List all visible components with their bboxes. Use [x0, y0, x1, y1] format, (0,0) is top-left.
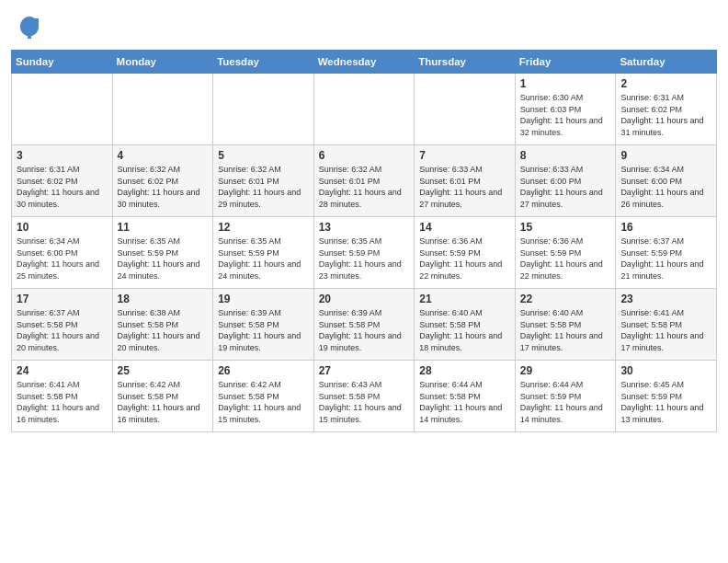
- calendar-week-2: 3Sunrise: 6:31 AM Sunset: 6:02 PM Daylig…: [12, 145, 717, 217]
- day-number: 3: [17, 149, 108, 162]
- calendar-cell: 18Sunrise: 6:38 AM Sunset: 5:58 PM Dayli…: [112, 289, 213, 361]
- calendar-cell: 13Sunrise: 6:35 AM Sunset: 5:59 PM Dayli…: [313, 217, 415, 289]
- day-number: 20: [319, 293, 410, 305]
- calendar-cell: 7Sunrise: 6:33 AM Sunset: 6:01 PM Daylig…: [415, 145, 516, 217]
- day-info: Sunrise: 6:32 AM Sunset: 6:01 PM Dayligh…: [319, 164, 410, 210]
- calendar-cell: 2Sunrise: 6:31 AM Sunset: 6:02 PM Daylig…: [616, 74, 717, 145]
- day-number: 18: [118, 293, 209, 305]
- calendar-cell: [313, 74, 415, 145]
- calendar-cell: 16Sunrise: 6:37 AM Sunset: 5:59 PM Dayli…: [616, 217, 717, 289]
- calendar-cell: 25Sunrise: 6:42 AM Sunset: 5:58 PM Dayli…: [112, 361, 213, 432]
- day-number: 2: [620, 77, 711, 90]
- day-info: Sunrise: 6:38 AM Sunset: 5:58 PM Dayligh…: [118, 307, 209, 353]
- day-number: 1: [520, 77, 611, 90]
- day-number: 13: [319, 221, 410, 234]
- day-number: 12: [218, 221, 309, 234]
- calendar-cell: 29Sunrise: 6:44 AM Sunset: 5:59 PM Dayli…: [515, 361, 616, 432]
- day-info: Sunrise: 6:39 AM Sunset: 5:58 PM Dayligh…: [218, 307, 309, 353]
- calendar-cell: 26Sunrise: 6:42 AM Sunset: 5:58 PM Dayli…: [213, 361, 314, 432]
- day-number: 5: [218, 149, 309, 162]
- day-info: Sunrise: 6:34 AM Sunset: 6:00 PM Dayligh…: [620, 164, 711, 210]
- calendar-cell: [112, 74, 213, 145]
- calendar-cell: 17Sunrise: 6:37 AM Sunset: 5:58 PM Dayli…: [12, 289, 113, 361]
- day-number: 27: [319, 364, 410, 377]
- calendar-cell: 24Sunrise: 6:41 AM Sunset: 5:58 PM Dayli…: [12, 361, 113, 432]
- calendar-cell: 8Sunrise: 6:33 AM Sunset: 6:00 PM Daylig…: [515, 145, 616, 217]
- day-info: Sunrise: 6:40 AM Sunset: 5:58 PM Dayligh…: [520, 307, 611, 353]
- day-info: Sunrise: 6:36 AM Sunset: 5:59 PM Dayligh…: [520, 236, 611, 282]
- day-info: Sunrise: 6:44 AM Sunset: 5:59 PM Dayligh…: [520, 379, 611, 425]
- calendar-cell: 21Sunrise: 6:40 AM Sunset: 5:58 PM Dayli…: [415, 289, 516, 361]
- calendar-table: Sunday Monday Tuesday Wednesday Thursday…: [11, 50, 717, 432]
- calendar-cell: 1Sunrise: 6:30 AM Sunset: 6:03 PM Daylig…: [515, 74, 616, 145]
- day-info: Sunrise: 6:35 AM Sunset: 5:59 PM Dayligh…: [118, 236, 209, 282]
- day-number: 14: [419, 221, 510, 234]
- calendar-week-5: 24Sunrise: 6:41 AM Sunset: 5:58 PM Dayli…: [12, 361, 717, 432]
- day-info: Sunrise: 6:39 AM Sunset: 5:58 PM Dayligh…: [319, 307, 410, 353]
- col-sunday: Sunday: [12, 51, 113, 74]
- day-info: Sunrise: 6:33 AM Sunset: 6:01 PM Dayligh…: [419, 164, 510, 210]
- calendar-cell: 3Sunrise: 6:31 AM Sunset: 6:02 PM Daylig…: [12, 145, 113, 217]
- calendar-cell: 11Sunrise: 6:35 AM Sunset: 5:59 PM Dayli…: [112, 217, 213, 289]
- calendar-cell: [415, 74, 516, 145]
- calendar-cell: 6Sunrise: 6:32 AM Sunset: 6:01 PM Daylig…: [313, 145, 415, 217]
- calendar-week-3: 10Sunrise: 6:34 AM Sunset: 6:00 PM Dayli…: [12, 217, 717, 289]
- header-row: Sunday Monday Tuesday Wednesday Thursday…: [12, 51, 717, 74]
- col-friday: Friday: [515, 51, 616, 74]
- calendar-cell: 9Sunrise: 6:34 AM Sunset: 6:00 PM Daylig…: [616, 145, 717, 217]
- calendar-cell: 10Sunrise: 6:34 AM Sunset: 6:00 PM Dayli…: [12, 217, 113, 289]
- calendar-cell: 23Sunrise: 6:41 AM Sunset: 5:58 PM Dayli…: [616, 289, 717, 361]
- col-tuesday: Tuesday: [213, 51, 314, 74]
- calendar-cell: [213, 74, 314, 145]
- day-number: 15: [520, 221, 611, 234]
- calendar-cell: 30Sunrise: 6:45 AM Sunset: 5:59 PM Dayli…: [616, 361, 717, 432]
- day-info: Sunrise: 6:37 AM Sunset: 5:58 PM Dayligh…: [17, 307, 108, 353]
- day-number: 19: [218, 293, 309, 305]
- day-number: 25: [118, 364, 209, 377]
- day-number: 6: [319, 149, 410, 162]
- calendar-week-4: 17Sunrise: 6:37 AM Sunset: 5:58 PM Dayli…: [12, 289, 717, 361]
- day-number: 7: [419, 149, 510, 162]
- day-info: Sunrise: 6:42 AM Sunset: 5:58 PM Dayligh…: [118, 379, 209, 425]
- day-number: 9: [620, 149, 711, 162]
- day-info: Sunrise: 6:31 AM Sunset: 6:02 PM Dayligh…: [620, 92, 711, 138]
- day-info: Sunrise: 6:37 AM Sunset: 5:59 PM Dayligh…: [620, 236, 711, 282]
- col-wednesday: Wednesday: [313, 51, 415, 74]
- col-saturday: Saturday: [616, 51, 717, 74]
- day-info: Sunrise: 6:41 AM Sunset: 5:58 PM Dayligh…: [620, 307, 711, 353]
- day-number: 29: [520, 364, 611, 377]
- day-info: Sunrise: 6:32 AM Sunset: 6:01 PM Dayligh…: [218, 164, 309, 210]
- calendar-cell: 28Sunrise: 6:44 AM Sunset: 5:58 PM Dayli…: [415, 361, 516, 432]
- calendar-cell: 22Sunrise: 6:40 AM Sunset: 5:58 PM Dayli…: [515, 289, 616, 361]
- day-number: 22: [520, 293, 611, 305]
- day-number: 26: [218, 364, 309, 377]
- calendar-cell: 14Sunrise: 6:36 AM Sunset: 5:59 PM Dayli…: [415, 217, 516, 289]
- calendar-cell: 4Sunrise: 6:32 AM Sunset: 6:02 PM Daylig…: [112, 145, 213, 217]
- day-info: Sunrise: 6:44 AM Sunset: 5:58 PM Dayligh…: [419, 379, 510, 425]
- day-info: Sunrise: 6:36 AM Sunset: 5:59 PM Dayligh…: [419, 236, 510, 282]
- col-thursday: Thursday: [415, 51, 516, 74]
- calendar-cell: 27Sunrise: 6:43 AM Sunset: 5:58 PM Dayli…: [313, 361, 415, 432]
- day-info: Sunrise: 6:33 AM Sunset: 6:00 PM Dayligh…: [520, 164, 611, 210]
- day-number: 30: [620, 364, 711, 377]
- logo-icon: [18, 15, 40, 40]
- day-info: Sunrise: 6:40 AM Sunset: 5:58 PM Dayligh…: [419, 307, 510, 353]
- day-number: 11: [118, 221, 209, 234]
- day-number: 4: [118, 149, 209, 162]
- calendar-cell: 19Sunrise: 6:39 AM Sunset: 5:58 PM Dayli…: [213, 289, 314, 361]
- day-number: 24: [17, 364, 108, 377]
- day-info: Sunrise: 6:41 AM Sunset: 5:58 PM Dayligh…: [17, 379, 108, 425]
- day-number: 17: [17, 293, 108, 305]
- day-info: Sunrise: 6:42 AM Sunset: 5:58 PM Dayligh…: [218, 379, 309, 425]
- day-info: Sunrise: 6:34 AM Sunset: 6:00 PM Dayligh…: [17, 236, 108, 282]
- day-info: Sunrise: 6:35 AM Sunset: 5:59 PM Dayligh…: [319, 236, 410, 282]
- day-number: 8: [520, 149, 611, 162]
- day-info: Sunrise: 6:32 AM Sunset: 6:02 PM Dayligh…: [118, 164, 209, 210]
- calendar-container: Sunday Monday Tuesday Wednesday Thursday…: [0, 50, 728, 440]
- col-monday: Monday: [112, 51, 213, 74]
- day-info: Sunrise: 6:35 AM Sunset: 5:59 PM Dayligh…: [218, 236, 309, 282]
- day-number: 16: [620, 221, 711, 234]
- day-number: 21: [419, 293, 510, 305]
- calendar-cell: 15Sunrise: 6:36 AM Sunset: 5:59 PM Dayli…: [515, 217, 616, 289]
- calendar-week-1: 1Sunrise: 6:30 AM Sunset: 6:03 PM Daylig…: [12, 74, 717, 145]
